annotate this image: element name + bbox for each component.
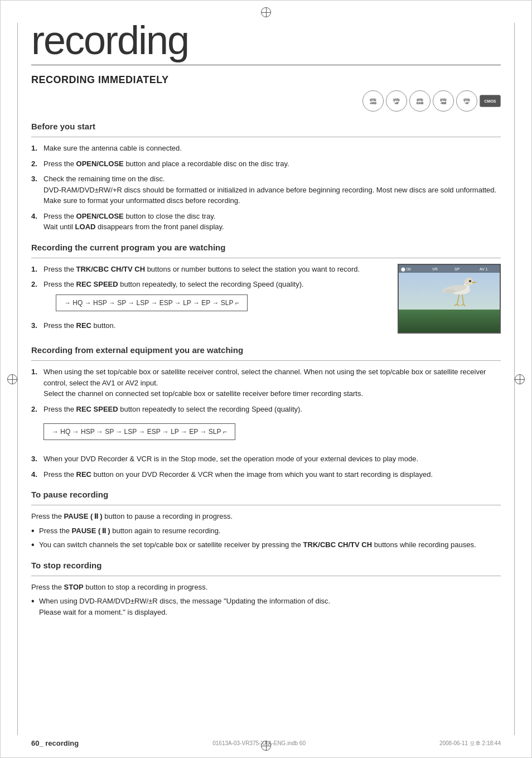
stop-recording-intro: Press the STOP button to stop a recordin…	[31, 582, 501, 593]
disc-icon-cbs: CMOS	[480, 95, 501, 107]
svg-text:SP: SP	[454, 267, 460, 271]
recording-current-list: 1. Press the TRK/CBC CH/TV CH buttons or…	[31, 264, 388, 331]
list-item: • When using DVD-RAM/DVD±RW/±R discs, th…	[31, 596, 501, 617]
stop-recording-bullets: • When using DVD-RAM/DVD±RW/±R discs, th…	[31, 596, 501, 617]
svg-point-7	[444, 289, 456, 293]
before-you-start-divider	[31, 137, 501, 137]
list-item: 3. Press the REC button.	[31, 320, 388, 331]
list-item: 3. When your DVD Recorder & VCR is in th…	[31, 453, 501, 465]
svg-text:VR: VR	[432, 267, 438, 271]
page-container: recording RECORDING IMMEDIATELY DVD+RW D…	[0, 0, 532, 758]
left-border	[17, 23, 18, 735]
svg-rect-1	[399, 310, 501, 334]
svg-text:AV 1: AV 1	[480, 267, 488, 271]
pause-recording-bullets: • Press the PAUSE (⏸) button again to re…	[31, 525, 501, 551]
page-number: 60_ recording	[31, 739, 79, 747]
svg-point-14	[469, 280, 471, 282]
disc-icon-dvd-ram: DVDRAM	[409, 90, 431, 112]
pause-recording-title: To pause recording	[31, 490, 501, 499]
list-item: • You can switch channels the set top/ca…	[31, 539, 501, 551]
list-item: 2. Press the REC SPEED button repeatedly…	[31, 404, 501, 450]
list-item: 2. Press the REC SPEED button repeatedly…	[31, 279, 388, 316]
stop-recording-title: To stop recording	[31, 561, 501, 570]
list-item: 3. Check the remaining time on the disc.…	[31, 173, 501, 206]
svg-point-4	[465, 278, 473, 286]
speed-sequence-box: → HQ → HSP → SP → LSP → ESP → LP → EP → …	[56, 294, 248, 311]
recording-current-right: ⬤ 00 VR SP AV 1	[398, 264, 501, 334]
recording-external-title: Recording from external equipment you ar…	[31, 345, 501, 355]
recording-external-divider	[31, 360, 501, 361]
tv-screen-content: ⬤ 00 VR SP AV 1	[399, 265, 500, 332]
list-item: 2. Press the OPEN/CLOSE button and place…	[31, 158, 501, 170]
before-you-start-title: Before you start	[31, 122, 501, 131]
recording-external-list: 1. When using the set top/cable box or s…	[31, 366, 501, 480]
list-item: 1. Make sure the antenna cable is connec…	[31, 143, 501, 154]
recording-current-section: 1. Press the TRK/CBC CH/TV CH buttons or…	[31, 264, 501, 336]
page-title: recording	[31, 20, 501, 60]
footer-date: 2008-06-11 오후 2:18:44	[439, 740, 501, 747]
tv-screen-image: ⬤ 00 VR SP AV 1	[399, 265, 501, 334]
recording-current-left: 1. Press the TRK/CBC CH/TV CH buttons or…	[31, 264, 388, 336]
recording-current-title: Recording the current program you are wa…	[31, 243, 501, 252]
section-title: RECORDING IMMEDIATELY	[31, 74, 501, 86]
disc-icons-row: DVD+RW DVD+R DVDRAM DVD-RW DVD-R CMOS	[31, 90, 501, 112]
svg-text:⬤ 00: ⬤ 00	[401, 267, 411, 272]
disc-icon-dvd-plus-r: DVD+R	[386, 90, 407, 112]
list-item: 4. Press the OPEN/CLOSE button to close …	[31, 211, 501, 233]
main-content: recording RECORDING IMMEDIATELY DVD+RW D…	[31, 1, 501, 617]
top-crosshair-icon	[261, 7, 271, 17]
list-item: 1. When using the set top/cable box or s…	[31, 366, 501, 399]
pause-recording-intro: Press the PAUSE (⏸) button to pause a re…	[31, 511, 501, 522]
list-item: 4. Press the REC button on your DVD Reco…	[31, 469, 501, 480]
list-item: • Press the PAUSE (⏸) button again to re…	[31, 525, 501, 537]
disc-icon-dvd-plus-rw: DVD+RW	[362, 90, 384, 112]
pause-recording-divider	[31, 505, 501, 505]
bottom-crosshair-icon	[261, 741, 271, 751]
recording-current-divider	[31, 258, 501, 258]
list-item: 1. Press the TRK/CBC CH/TV CH buttons or…	[31, 264, 388, 275]
speed-sequence-box-external: → HQ → HSP → SP → LSP → ESP → LP → EP → …	[43, 423, 235, 440]
tv-screen: ⬤ 00 VR SP AV 1	[398, 264, 501, 334]
right-crosshair-icon	[515, 374, 525, 384]
before-you-start-list: 1. Make sure the antenna cable is connec…	[31, 143, 501, 233]
footer-filename: 01613A-03-VR375-XAA-ENG.indb 60	[212, 740, 306, 746]
left-crosshair-icon	[7, 374, 17, 384]
disc-icon-dvd-rw: DVD-RW	[433, 90, 454, 112]
title-divider	[31, 65, 501, 65]
stop-recording-divider	[31, 576, 501, 576]
disc-icon-dvd-r: DVD-R	[456, 90, 477, 112]
